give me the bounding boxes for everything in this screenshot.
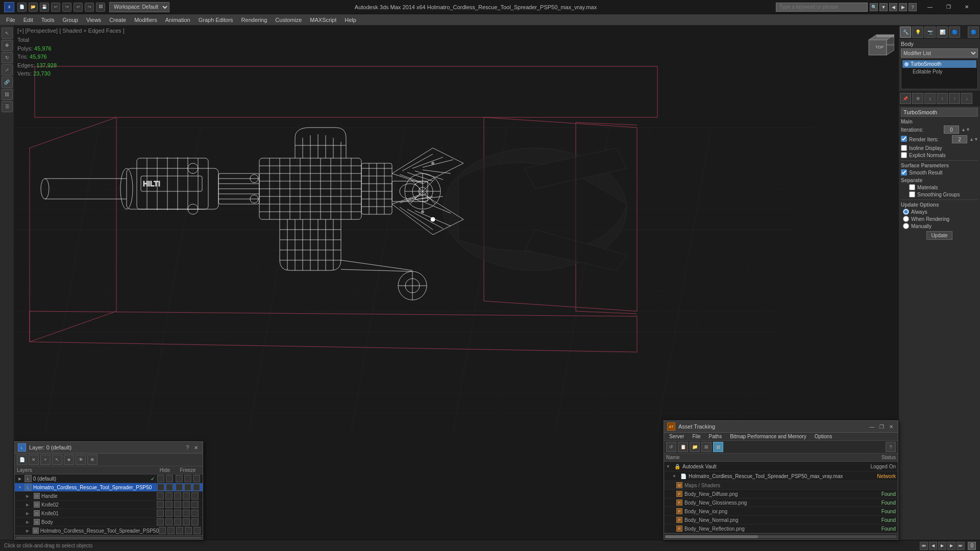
tab-utility[interactable]: 🔵 — [968, 27, 979, 38]
sc3[interactable] — [174, 492, 181, 499]
menu-edit[interactable]: Edit — [19, 16, 37, 24]
ts-smoothing-checkbox[interactable] — [909, 191, 915, 197]
ts-smooth-result-checkbox[interactable] — [901, 169, 907, 176]
at-help-btn[interactable]: ? — [886, 442, 896, 452]
move-tool[interactable]: ✥ — [2, 40, 13, 51]
bc5[interactable] — [191, 518, 199, 525]
at-file-reflection[interactable]: P Body_New_Reflection.png Found — [664, 524, 898, 533]
search-prev-btn[interactable]: ◀ — [889, 3, 897, 11]
modifier-turbosmooth[interactable]: TurboSmooth — [902, 60, 976, 68]
menu-help[interactable]: Help — [340, 16, 360, 24]
search-next-btn[interactable]: ▶ — [899, 3, 907, 11]
minimize-btn[interactable]: — — [921, 0, 939, 14]
k2c2[interactable] — [165, 501, 173, 508]
bc2[interactable] — [165, 518, 173, 525]
key-btn[interactable]: ⏮ — [920, 542, 928, 550]
modifier-list-dropdown[interactable]: Modifier List — [901, 48, 978, 58]
hc5[interactable] — [193, 527, 201, 534]
menu-graph-editors[interactable]: Graph Editors — [194, 16, 237, 24]
at-menu-server[interactable]: Server — [665, 433, 688, 440]
layers-delete-btn[interactable]: ✕ — [29, 455, 39, 465]
sc5[interactable] — [191, 492, 199, 499]
close-btn[interactable]: ✕ — [958, 0, 976, 14]
search-input[interactable] — [776, 3, 868, 12]
layer-row-0[interactable]: ▶ L 0 (default) ✓ — [15, 474, 203, 483]
tab-display[interactable]: 🔵 — [949, 27, 960, 38]
ts-materials-checkbox[interactable] — [909, 184, 915, 190]
ts-always-radio[interactable] — [903, 209, 909, 215]
ts-iter-arrows[interactable]: ▲▼ — [961, 127, 970, 132]
at-menu-options[interactable]: Options — [811, 433, 836, 440]
scale-tool[interactable]: ⤢ — [2, 64, 13, 76]
search-btn[interactable]: 🔍 — [870, 3, 878, 11]
at-folder-btn[interactable]: 📁 — [690, 442, 700, 452]
rotate-tool[interactable]: ↻ — [2, 52, 13, 63]
hc3[interactable] — [176, 527, 183, 534]
hc1[interactable] — [159, 527, 166, 534]
undo-btn[interactable]: ↩ — [51, 3, 60, 12]
sub-knife02[interactable]: ▶ O Knife02 — [15, 500, 203, 509]
layer-psp50-freeze-c1[interactable] — [176, 484, 183, 491]
menu-rendering[interactable]: Rendering — [237, 16, 272, 24]
menu-file[interactable]: File — [2, 16, 19, 24]
bc4[interactable] — [183, 518, 190, 525]
layers-help-btn[interactable]: ? — [184, 445, 190, 450]
layers-new-btn[interactable]: 📄 — [17, 455, 27, 465]
sc1[interactable] — [157, 492, 164, 499]
ts-manually-radio[interactable] — [903, 223, 909, 229]
tab-motion[interactable]: 📊 — [937, 27, 948, 38]
ts-isoline-checkbox[interactable] — [901, 145, 907, 151]
tab-modify[interactable]: 🔧 — [900, 27, 911, 38]
tab-create[interactable]: 💡 — [912, 27, 923, 38]
menu-modifiers[interactable]: Modifiers — [130, 16, 161, 24]
layer-freeze-c1[interactable] — [176, 475, 183, 482]
ts-iterations-input[interactable] — [944, 126, 959, 134]
layers-current-btn[interactable]: ★ — [64, 455, 74, 465]
menu-maxscript[interactable]: MAXScript — [306, 16, 340, 24]
at-list-btn[interactable]: 📋 — [678, 442, 688, 452]
layer-freeze-c3[interactable] — [193, 475, 200, 482]
layer-psp50-freeze-c3[interactable] — [193, 484, 200, 491]
ts-render-iters-input[interactable] — [952, 135, 967, 143]
unlink-tool[interactable]: ⛓ — [2, 89, 13, 100]
ts-update-button[interactable]: Update — [926, 231, 952, 240]
ts-explicit-checkbox[interactable] — [901, 152, 907, 158]
down-btn[interactable]: ↓ — [961, 93, 972, 104]
at-menu-file[interactable]: File — [688, 433, 704, 440]
last-frame-btn[interactable]: ⏭ — [957, 542, 965, 550]
at-detail-btn[interactable]: ▦ — [713, 442, 723, 452]
new-btn[interactable]: 📄 — [17, 3, 27, 12]
bind-tool[interactable]: ☰ — [2, 101, 13, 112]
open-btn[interactable]: 📂 — [29, 3, 38, 12]
at-menu-paths[interactable]: Paths — [705, 433, 726, 440]
layers-hide-all-btn[interactable]: 👁 — [76, 455, 86, 465]
k1c5[interactable] — [191, 510, 199, 517]
at-file-ior[interactable]: P Body_New_ior.png Found — [664, 507, 898, 516]
ts-render-arrows[interactable]: ▲▼ — [969, 137, 978, 142]
prev-frame-btn[interactable]: ◀ — [929, 542, 937, 550]
at-file-normal[interactable]: P Body_New_Normal.png Found — [664, 516, 898, 524]
at-row-vault[interactable]: ▼ 🔒 Autodesk Vault Logged On — [664, 462, 898, 471]
k2c1[interactable] — [157, 501, 164, 508]
next-frame-btn[interactable]: ▶ — [947, 542, 955, 550]
menu-customize[interactable]: Customize — [271, 16, 306, 24]
k2c5[interactable] — [191, 501, 199, 508]
menu-tools[interactable]: Tools — [37, 16, 59, 24]
redo2-btn[interactable]: ↪ — [85, 3, 94, 12]
menu-create[interactable]: Create — [105, 16, 130, 24]
layers-add-sel-btn[interactable]: + — [40, 455, 51, 465]
sub-body[interactable]: ▶ O Body — [15, 518, 203, 527]
render-icon-btn[interactable]: 🖼 — [96, 3, 105, 12]
configure-btn[interactable]: ⚙ — [912, 93, 923, 104]
pin-btn[interactable]: 📌 — [900, 93, 911, 104]
layers-select-btn[interactable]: ↖ — [52, 455, 62, 465]
layer-psp50-freeze-c2[interactable] — [184, 484, 191, 491]
expand-btn[interactable]: | — [924, 93, 936, 104]
at-row-max-file[interactable]: ▼ 📄 Holmatro_Cordless_Rescue_Tool_Spread… — [664, 471, 898, 481]
ts-when-rendering-radio[interactable] — [903, 216, 909, 222]
menu-animation[interactable]: Animation — [161, 16, 194, 24]
ts-render-iters-checkbox[interactable] — [901, 136, 907, 142]
save-btn[interactable]: 💾 — [40, 3, 49, 12]
k2c3[interactable] — [174, 501, 181, 508]
redo-btn[interactable]: ↪ — [62, 3, 71, 12]
